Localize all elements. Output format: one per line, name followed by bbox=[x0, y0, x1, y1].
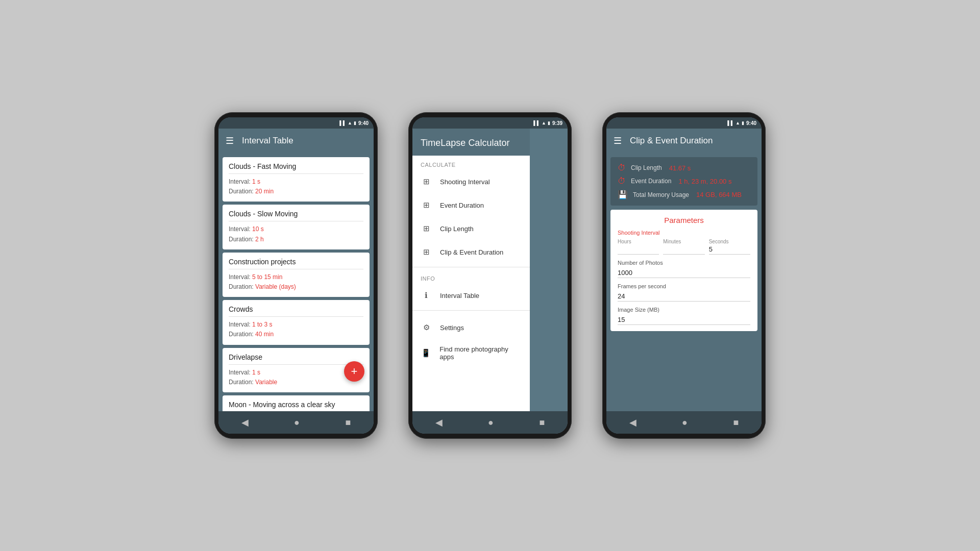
back-button-2[interactable]: ◀ bbox=[435, 417, 443, 428]
bottom-nav-1: ◀ ● ■ bbox=[218, 411, 374, 434]
menu-icon-1[interactable]: ☰ bbox=[226, 135, 234, 146]
event-duration-row: ⏱ Event Duration 1 h, 23 m, 20.00 s bbox=[618, 177, 750, 186]
card-construction[interactable]: Construction projects Interval: 5 to 15 … bbox=[223, 253, 370, 297]
drawer-item-event[interactable]: ⊞ Event Duration bbox=[412, 193, 530, 217]
card-title-crowds: Crowds bbox=[229, 305, 363, 317]
event-duration-value: 1 h, 23 m, 20.00 s bbox=[678, 178, 731, 185]
signal-icon-3: ▌▌ bbox=[727, 120, 734, 126]
drawer-item-clip-event[interactable]: ⊞ Clip & Event Duration bbox=[412, 240, 530, 264]
image-size-section-label: Image Size (MB) bbox=[618, 307, 750, 313]
memory-label: Total Memory Usage bbox=[633, 191, 689, 198]
drawer-divider-1 bbox=[412, 267, 530, 267]
minutes-value bbox=[663, 245, 704, 255]
seconds-value[interactable]: 5 bbox=[709, 245, 750, 255]
recent-button-1[interactable]: ■ bbox=[345, 417, 351, 428]
clip-length-value: 41.67 s bbox=[669, 164, 691, 172]
wifi-icon-2: ▲ bbox=[542, 120, 546, 126]
card-interval-clouds-slow: Interval: 10 s bbox=[229, 224, 363, 234]
status-icons-3: ▌▌ ▲ ▮ bbox=[727, 120, 744, 126]
signal-icon: ▌▌ bbox=[339, 120, 346, 126]
photos-section-label: Number of Photos bbox=[618, 260, 750, 266]
hours-label: Hours bbox=[618, 239, 659, 244]
drawer-overlay: TimeLapse Calculator Calculate ⊞ Shootin… bbox=[412, 129, 568, 411]
fps-section-label: Frames per second bbox=[618, 283, 750, 289]
signal-icon-2: ▌▌ bbox=[533, 120, 540, 126]
drawer-calculate-section: Calculate ⊞ Shooting Interval ⊞ Event Du… bbox=[412, 156, 530, 265]
calculator-icon-3: ⊞ bbox=[421, 223, 432, 234]
recent-button-3[interactable]: ■ bbox=[733, 417, 739, 428]
drawer-item-clip[interactable]: ⊞ Clip Length bbox=[412, 217, 530, 240]
settings-icon: ⚙ bbox=[421, 322, 432, 333]
drawer-info-section: Info ℹ Interval Table bbox=[412, 269, 530, 308]
clip-length-row: ⏱ Clip Length 41.67 s bbox=[618, 163, 750, 172]
photos-value[interactable]: 1000 bbox=[618, 269, 750, 278]
drawer-item-settings[interactable]: ⚙ Settings bbox=[412, 316, 530, 339]
seconds-label: Seconds bbox=[709, 239, 750, 244]
phone-icon: 📱 bbox=[421, 347, 431, 359]
ced-content: ⏱ Clip Length 41.67 s ⏱ Event Duration 1… bbox=[606, 153, 762, 411]
card-duration-construction: Duration: Variable (days) bbox=[229, 282, 363, 292]
back-button-3[interactable]: ◀ bbox=[629, 417, 636, 428]
drawer-item-more-apps[interactable]: 📱 Find more photography apps bbox=[412, 339, 530, 367]
card-clouds-slow[interactable]: Clouds - Slow Moving Interval: 10 s Dura… bbox=[223, 205, 370, 249]
card-duration-crowds: Duration: 40 min bbox=[229, 330, 363, 339]
battery-icon-2: ▮ bbox=[548, 120, 550, 126]
drawer-item-shooting[interactable]: ⊞ Shooting Interval bbox=[412, 170, 530, 193]
card-title-construction: Construction projects bbox=[229, 258, 363, 269]
bottom-nav-3: ◀ ● ■ bbox=[606, 411, 762, 434]
minutes-field: Minutes bbox=[663, 239, 704, 255]
info-icon: ℹ bbox=[421, 290, 432, 301]
status-bar-2: ▌▌ ▲ ▮ 9:39 bbox=[412, 117, 568, 129]
params-title: Parameters bbox=[618, 216, 750, 224]
hours-field: Hours bbox=[618, 239, 659, 255]
home-button-1[interactable]: ● bbox=[294, 417, 300, 428]
status-time-2: 9:39 bbox=[552, 120, 562, 126]
fps-value[interactable]: 24 bbox=[618, 292, 750, 302]
recent-button-2[interactable]: ■ bbox=[539, 417, 545, 428]
card-interval-drivelapse: Interval: 1 s bbox=[229, 368, 363, 378]
status-icons-2: ▌▌ ▲ ▮ bbox=[533, 120, 550, 126]
card-crowds[interactable]: Crowds Interval: 1 to 3 s Duration: 40 m… bbox=[223, 300, 370, 344]
drawer-item-label-clip-event: Clip & Event Duration bbox=[440, 248, 503, 256]
card-clouds-fast[interactable]: Clouds - Fast Moving Interval: 1 s Durat… bbox=[223, 157, 370, 202]
card-moon[interactable]: Moon - Moving across a clear sky Interva… bbox=[223, 395, 370, 411]
drawer-calculate-label: Calculate bbox=[412, 159, 530, 170]
wifi-icon: ▲ bbox=[348, 120, 352, 126]
card-interval-crowds: Interval: 1 to 3 s bbox=[229, 320, 363, 330]
battery-icon: ▮ bbox=[354, 120, 356, 126]
card-interval-clouds-fast: Interval: 1 s bbox=[229, 177, 363, 187]
memory-icon: 💾 bbox=[618, 190, 628, 199]
card-duration-clouds-fast: Duration: 20 min bbox=[229, 187, 363, 196]
drawer-item-interval-table[interactable]: ℹ Interval Table bbox=[412, 284, 530, 307]
drawer-item-label-interval: Interval Table bbox=[440, 292, 479, 299]
status-time-1: 9:40 bbox=[358, 120, 369, 126]
phone-3: ▌▌ ▲ ▮ 9:40 ☰ Clip & Event Duration ⏱ Cl… bbox=[602, 112, 766, 439]
calculator-icon-1: ⊞ bbox=[421, 176, 432, 187]
clock-icon-1: ⏱ bbox=[618, 163, 626, 172]
calculator-icon-2: ⊞ bbox=[421, 199, 432, 211]
card-duration-clouds-slow: Duration: 2 h bbox=[229, 235, 363, 244]
add-fab[interactable]: + bbox=[344, 361, 364, 382]
phone-2: ▌▌ ▲ ▮ 9:39 TimeLapse Calculator Calcula… bbox=[408, 112, 572, 439]
card-title-clouds-fast: Clouds - Fast Moving bbox=[229, 162, 363, 174]
drawer-item-label-clip: Clip Length bbox=[440, 225, 474, 233]
home-button-2[interactable]: ● bbox=[488, 417, 494, 428]
drawer-header: TimeLapse Calculator bbox=[412, 129, 530, 156]
back-button-1[interactable]: ◀ bbox=[241, 417, 249, 428]
top-bar-1: ☰ Interval Table bbox=[218, 129, 374, 153]
calculator-icon-4: ⊞ bbox=[421, 246, 432, 258]
seconds-field: Seconds 5 bbox=[709, 239, 750, 255]
card-interval-construction: Interval: 5 to 15 min bbox=[229, 272, 363, 282]
status-icons-1: ▌▌ ▲ ▮ bbox=[339, 120, 356, 126]
nav-drawer: TimeLapse Calculator Calculate ⊞ Shootin… bbox=[412, 129, 530, 411]
battery-icon-3: ▮ bbox=[742, 120, 744, 126]
drawer-item-label-settings: Settings bbox=[440, 324, 464, 332]
clip-length-label: Clip Length bbox=[631, 164, 662, 171]
image-size-value[interactable]: 15 bbox=[618, 316, 750, 325]
home-button-3[interactable]: ● bbox=[682, 417, 688, 428]
menu-icon-3[interactable]: ☰ bbox=[614, 135, 622, 146]
memory-row: 💾 Total Memory Usage 14 GB, 664 MB bbox=[618, 190, 750, 199]
top-bar-3: ☰ Clip & Event Duration bbox=[606, 129, 762, 153]
drawer-item-label-event: Event Duration bbox=[440, 202, 484, 209]
clock-icon-2: ⏱ bbox=[618, 177, 626, 186]
